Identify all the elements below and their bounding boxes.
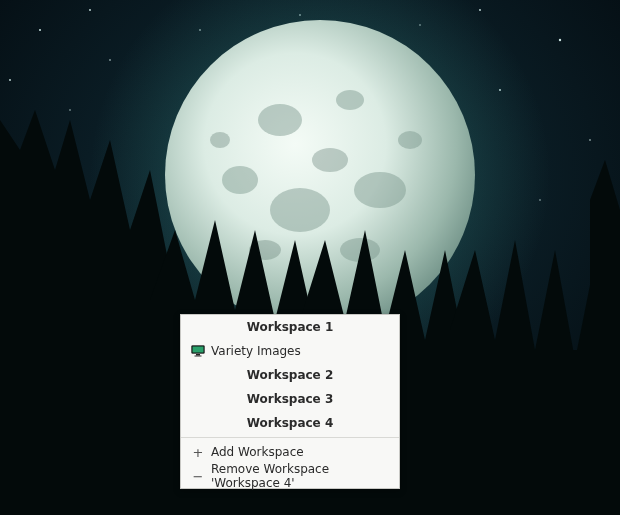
menu-workspace-3[interactable]: Workspace 3 [181, 387, 399, 411]
menu-workspace-4[interactable]: Workspace 4 [181, 411, 399, 435]
svg-point-1 [39, 29, 41, 31]
menu-label: Add Workspace [207, 445, 304, 459]
menu-label: Variety Images [207, 344, 301, 358]
svg-point-20 [354, 172, 406, 208]
menu-label: Workspace 1 [247, 320, 334, 334]
svg-point-22 [222, 166, 258, 194]
svg-point-2 [109, 59, 111, 61]
minus-icon: − [189, 470, 207, 483]
menu-label: Remove Workspace 'Workspace 4' [207, 462, 391, 490]
menu-separator [181, 437, 399, 438]
svg-point-26 [312, 148, 348, 172]
svg-point-19 [336, 90, 364, 110]
svg-rect-30 [193, 347, 204, 353]
svg-point-27 [210, 132, 230, 148]
menu-workspace-1[interactable]: Workspace 1 [181, 315, 399, 339]
svg-point-21 [270, 188, 330, 232]
menu-variety-images[interactable]: Variety Images [181, 339, 399, 363]
svg-point-6 [69, 109, 70, 110]
svg-point-15 [9, 79, 11, 81]
svg-rect-31 [196, 354, 200, 356]
plus-icon: + [189, 446, 207, 459]
menu-label: Workspace 4 [247, 416, 334, 430]
workspace-context-menu: Workspace 1 Variety Images Workspace 2 W… [180, 314, 400, 489]
menu-label: Workspace 2 [247, 368, 334, 382]
monitor-icon [189, 345, 207, 357]
svg-point-18 [258, 104, 302, 136]
svg-point-14 [89, 9, 91, 11]
svg-point-3 [559, 39, 561, 41]
svg-point-5 [589, 139, 591, 141]
menu-remove-workspace[interactable]: − Remove Workspace 'Workspace 4' [181, 464, 399, 488]
svg-rect-32 [195, 356, 202, 357]
svg-point-24 [398, 131, 422, 149]
menu-workspace-2[interactable]: Workspace 2 [181, 363, 399, 387]
menu-label: Workspace 3 [247, 392, 334, 406]
menu-add-workspace[interactable]: + Add Workspace [181, 440, 399, 464]
